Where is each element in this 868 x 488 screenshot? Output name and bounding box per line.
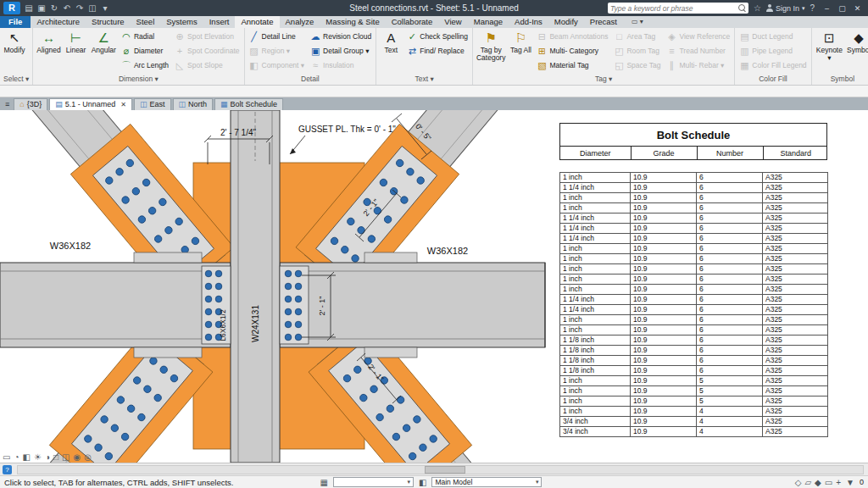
ribbon-panel-label-tag[interactable]: Tag ▾ (473, 74, 734, 85)
schedule-row[interactable]: 1 inch10.94A325 (560, 407, 828, 417)
worksets-icon[interactable]: ▦ (320, 478, 328, 487)
ribbon-tab-systems[interactable]: Systems (160, 16, 203, 28)
ribbon-panel-label-dimension[interactable]: Dimension ▾ (33, 74, 243, 85)
ribbon-button-text[interactable]: AText (378, 29, 403, 73)
restore-button[interactable]: ▢ (835, 4, 849, 13)
schedule-row[interactable]: 3/4 inch10.94A325 (560, 417, 828, 427)
ribbon-tab-architecture[interactable]: Architecture (31, 16, 86, 28)
qat-open-icon[interactable]: ▤ (23, 3, 35, 13)
schedule-row[interactable]: 1 1/4 inch10.96A325 (560, 234, 828, 244)
select-pinned-icon[interactable]: ◆ (815, 478, 821, 487)
ribbon-button-keynote[interactable]: ⊡Keynote ▾ (814, 29, 846, 73)
ribbon-minimize-icon[interactable]: ▭ ▾ (628, 16, 647, 28)
ribbon-panel-label-detail[interactable]: Detail (245, 74, 376, 85)
schedule-row[interactable]: 1 inch10.95A325 (560, 386, 828, 396)
scrollbar-thumb[interactable] (425, 466, 465, 474)
ribbon-button-check-spelling[interactable]: ✓Check Spelling (404, 29, 470, 43)
ribbon-button-angular[interactable]: ∠Angular (90, 29, 118, 73)
sheet-view[interactable]: 2' - 7 1/4" GUSSET PL. Thk = 0' - 1" 0' … (0, 110, 555, 463)
schedule-row[interactable]: 1 inch10.96A325 (560, 285, 828, 295)
schedule-row[interactable]: 1 1/8 inch10.96A325 (560, 336, 828, 346)
ribbon-tab-structure[interactable]: Structure (86, 16, 131, 28)
qat-redo-icon[interactable]: ↷ (74, 3, 86, 13)
ribbon-tab-annotate[interactable]: Annotate (235, 16, 279, 28)
app-logo[interactable]: R (3, 2, 20, 14)
ribbon-panel-label-text[interactable]: Text ▾ (376, 74, 472, 85)
ribbon-button-linear[interactable]: ⊢Linear (64, 29, 89, 73)
bolt-schedule[interactable]: Bolt Schedule DiameterGradeNumberStandar… (559, 123, 827, 437)
design-option-dropdown[interactable]: Main Model ▾ (431, 477, 542, 487)
search-icon[interactable] (738, 4, 746, 12)
view-tab-5-1-unnamed[interactable]: ▤5.1 - Unnamed✕ (49, 98, 132, 110)
tab-list-icon[interactable]: ≡ (3, 98, 12, 110)
qat-save-icon[interactable]: ▣ (36, 3, 47, 13)
select-underlay-icon[interactable]: ▱ (804, 478, 811, 487)
ribbon-tab-modify[interactable]: Modify (548, 16, 584, 28)
ribbon-tab-collaborate[interactable]: Collaborate (386, 16, 439, 28)
ribbon-button-material-tag[interactable]: ▧Material Tag (534, 58, 610, 72)
ribbon-tab-manage[interactable]: Manage (468, 16, 509, 28)
schedule-row[interactable]: 1 inch10.96A325 (560, 274, 828, 285)
drawing-area[interactable]: 2' - 7 1/4" GUSSET PL. Thk = 0' - 1" 0' … (0, 110, 868, 463)
horizontal-scrollbar[interactable] (17, 465, 864, 474)
active-workset-dropdown[interactable]: ▾ (333, 477, 414, 487)
column[interactable] (231, 110, 280, 463)
qat-sync-icon[interactable]: ↻ (48, 3, 60, 13)
ribbon-button-detail-group[interactable]: ▣Detail Group ▾ (308, 43, 374, 58)
schedule-row[interactable]: 1 1/4 inch10.96A325 (560, 183, 828, 193)
ribbon-button-tag-by-category[interactable]: ⚑Tag by Category (475, 29, 508, 73)
schedule-row[interactable]: 1 1/8 inch10.96A325 (560, 356, 828, 366)
ribbon-panel-label-color-fill[interactable]: Color Fill (735, 74, 810, 85)
design-options-icon[interactable]: ◧ (419, 478, 426, 487)
beam-left[interactable] (0, 263, 231, 347)
shadows-icon[interactable]: ◑ (45, 452, 50, 462)
schedule-row[interactable]: 1 inch10.96A325 (560, 315, 828, 325)
schedule-row[interactable]: 1 inch10.96A325 (560, 193, 828, 203)
close-button[interactable]: ✕ (850, 4, 865, 13)
ribbon-button-find-replace[interactable]: ⇄Find/ Replace (404, 43, 470, 58)
ribbon-button-radial[interactable]: ◠Radial (119, 29, 171, 43)
view-tab-east[interactable]: ◫East (134, 98, 171, 110)
schedule-row[interactable]: 3/4 inch10.94A325 (560, 427, 828, 437)
ribbon-tab-insert[interactable]: Insert (203, 16, 236, 28)
sign-in-button[interactable]: Sign In ▾ (766, 4, 805, 13)
view-tab-3d[interactable]: ⌂{3D} (14, 98, 47, 110)
status-help-icon[interactable]: ? (3, 465, 12, 474)
close-icon[interactable]: ✕ (120, 99, 126, 110)
schedule-row[interactable]: 1 1/4 inch10.96A325 (560, 214, 828, 224)
visual-style-icon[interactable]: ◧ (23, 452, 31, 462)
star-icon[interactable]: ☆ (754, 3, 761, 13)
drag-on-selection-icon[interactable]: + (836, 478, 841, 487)
sun-path-icon[interactable]: ☀ (34, 452, 42, 462)
schedule-row[interactable]: 1 inch10.96A325 (560, 325, 828, 336)
crop-view-icon[interactable]: □ (53, 452, 58, 462)
ribbon-button-diameter[interactable]: ⌀Diameter (119, 43, 171, 58)
temporary-hide-isolate-icon[interactable]: ◉ (73, 452, 81, 462)
schedule-row[interactable]: 1 1/4 inch10.96A325 (560, 305, 828, 315)
schedule-row[interactable]: 1 inch10.96A325 (560, 254, 828, 264)
schedule-row[interactable]: 1 1/4 inch10.96A325 (560, 224, 828, 234)
ribbon-tab-massing-site[interactable]: Massing & Site (320, 16, 385, 28)
schedule-row[interactable]: 1 1/4 inch10.96A325 (560, 295, 828, 305)
schedule-row[interactable]: 1 inch10.95A325 (560, 396, 828, 407)
qat-print-icon[interactable]: ◫ (86, 3, 98, 13)
ribbon-button-symbol[interactable]: ◆Symbol (846, 29, 868, 73)
schedule-row[interactable]: 1 inch10.96A325 (560, 244, 828, 254)
qat-customize-icon[interactable]: ▾ (99, 3, 111, 13)
ribbon-panel-label-symbol[interactable]: Symbol (812, 74, 868, 85)
ribbon-button-tag-all[interactable]: ⚐Tag All (508, 29, 533, 73)
view-tab-north[interactable]: ◫North (173, 98, 214, 110)
splice-plate-right[interactable] (280, 266, 309, 344)
view-tab-bolt-schedule[interactable]: ▦Bolt Schedule (214, 98, 283, 110)
ribbon-panel-label-select[interactable]: Select ▾ (0, 74, 32, 85)
scale-icon[interactable]: ▭ (3, 452, 10, 462)
ribbon-button-revision-cloud[interactable]: ☁Revision Cloud (308, 29, 374, 43)
ribbon-button-aligned[interactable]: ↔Aligned (35, 29, 62, 73)
search-input[interactable] (610, 4, 736, 13)
help-menu-button[interactable]: ? (810, 3, 815, 13)
ribbon-button-arc-length[interactable]: ⌒Arc Length (119, 58, 171, 72)
ribbon-button-detail-line[interactable]: ╱Detail Line (247, 29, 308, 43)
detail-level-icon[interactable]: ◔ (14, 452, 19, 462)
ribbon-tab-add-ins[interactable]: Add-Ins (509, 16, 548, 28)
ribbon-tab-steel[interactable]: Steel (131, 16, 161, 28)
